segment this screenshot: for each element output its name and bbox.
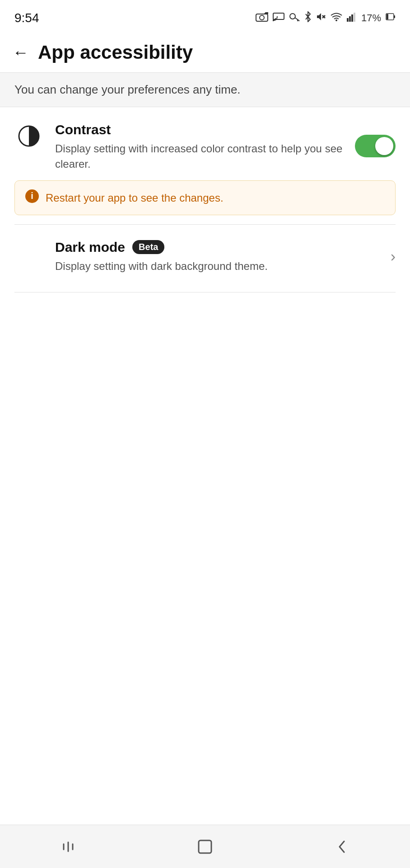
back-button[interactable]: ← [13, 44, 29, 61]
contrast-setting-row: Contrast Display setting with increased … [14, 121, 396, 171]
svg-point-11 [335, 19, 337, 21]
contrast-setting-text: Contrast Display setting with increased … [55, 121, 346, 171]
dark-mode-setting-item[interactable]: Dark mode Beta Display setting with dark… [0, 225, 410, 288]
bluetooth-icon [304, 11, 312, 25]
svg-rect-25 [199, 840, 211, 853]
svg-rect-13 [349, 16, 351, 22]
warning-info-icon: i [25, 189, 39, 207]
contrast-toggle-track [355, 135, 396, 157]
svg-marker-1 [264, 12, 268, 14]
contrast-toggle-container[interactable] [355, 135, 396, 157]
svg-rect-17 [394, 15, 395, 18]
svg-text:i: i [31, 191, 33, 201]
dark-mode-icon-wrap [14, 242, 43, 271]
settings-list: Contrast Display setting with increased … [0, 107, 410, 825]
contrast-icon [17, 124, 41, 148]
contrast-setting-left: Contrast Display setting with increased … [14, 121, 346, 171]
svg-rect-18 [387, 14, 388, 19]
mute-icon [316, 12, 326, 24]
dark-mode-setting-text: Dark mode Beta Display setting with dark… [55, 238, 391, 274]
bottom-nav [0, 825, 410, 868]
back-nav-button[interactable] [324, 833, 360, 860]
key-icon [289, 12, 300, 24]
battery-percentage: 17% [361, 12, 381, 24]
wifi-icon [331, 12, 342, 24]
camera-icon [256, 12, 268, 24]
contrast-setting-item: Contrast Display setting with increased … [0, 107, 410, 220]
back-nav-icon [335, 838, 349, 856]
recent-apps-icon [60, 839, 76, 855]
moon-icon [17, 245, 41, 268]
info-banner: You can change your preferences any time… [0, 72, 410, 107]
svg-rect-15 [354, 13, 355, 22]
signal-icon [347, 12, 357, 24]
recent-apps-button[interactable] [50, 833, 86, 860]
home-button[interactable] [187, 833, 223, 860]
svg-rect-12 [347, 18, 349, 22]
cast-icon [273, 12, 284, 24]
dark-mode-desc: Display setting with dark background the… [55, 259, 391, 274]
contrast-warning-text: Restart your app to see the changes. [46, 192, 224, 204]
dark-mode-title: Dark mode [55, 238, 125, 256]
beta-badge: Beta [132, 240, 164, 254]
dark-mode-chevron: › [391, 247, 396, 265]
header: ← App accessibility [0, 33, 410, 72]
dark-mode-title-row: Dark mode Beta [55, 238, 391, 256]
contrast-desc: Display setting with increased color con… [55, 141, 346, 171]
svg-point-5 [290, 14, 295, 19]
status-icons: 17% [256, 11, 396, 25]
dark-mode-setting-left: Dark mode Beta Display setting with dark… [14, 238, 391, 274]
contrast-icon-wrap [14, 122, 43, 151]
info-banner-text: You can change your preferences any time… [14, 83, 241, 96]
home-icon [196, 838, 214, 856]
page-title: App accessibility [38, 42, 193, 63]
battery-icon [386, 12, 396, 24]
contrast-toggle[interactable] [355, 135, 396, 157]
contrast-warning-banner: i Restart your app to see the changes. [14, 180, 396, 215]
contrast-toggle-thumb [375, 137, 393, 155]
svg-rect-3 [273, 13, 284, 19]
divider-2 [14, 292, 396, 292]
svg-point-2 [260, 15, 264, 20]
status-bar: 9:54 [0, 0, 410, 33]
status-time: 9:54 [14, 11, 39, 25]
contrast-title: Contrast [55, 122, 111, 137]
svg-rect-14 [351, 14, 353, 22]
